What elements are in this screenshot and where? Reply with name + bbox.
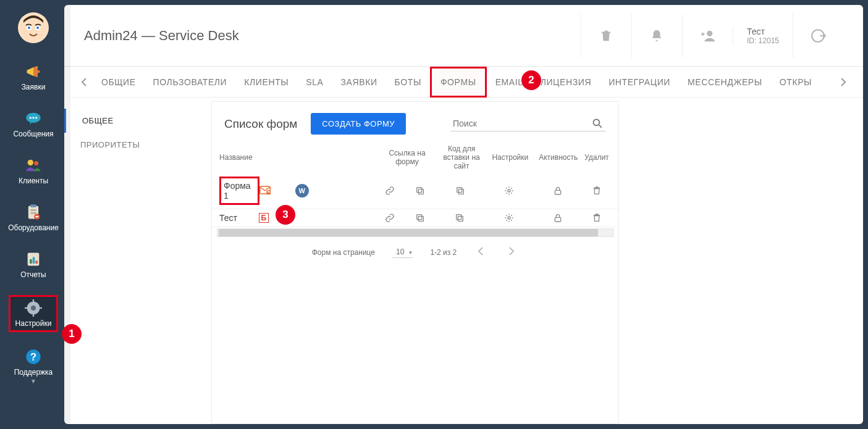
subnav-priorities[interactable]: ПРИОРИТЕТЫ xyxy=(64,133,211,157)
tab-sla[interactable]: SLA xyxy=(297,67,332,98)
tabs-prev[interactable] xyxy=(75,78,93,86)
annotation-2: 2 xyxy=(521,70,541,90)
mail-icon[interactable] xyxy=(259,186,271,196)
svg-point-9 xyxy=(35,117,37,119)
page-title: Admin24 — Service Desk xyxy=(84,28,581,44)
clipboard-icon xyxy=(25,204,42,221)
megaphone-icon xyxy=(25,63,42,80)
forms-list-title: Список форм xyxy=(224,117,297,131)
sidebar-label: Поддержка xyxy=(14,368,53,377)
delete-row-icon[interactable] xyxy=(582,213,611,223)
lock-icon[interactable] xyxy=(533,213,582,223)
svg-text:?: ? xyxy=(30,351,36,362)
header-actions: Тест ID: 12015 xyxy=(581,14,843,58)
copy-embed-icon[interactable] xyxy=(435,213,485,223)
page-size-select[interactable]: 10 xyxy=(392,248,413,258)
pager-next[interactable] xyxy=(505,247,518,258)
tab-integrations[interactable]: ИНТЕГРАЦИИ xyxy=(600,67,679,98)
notifications-button[interactable] xyxy=(631,14,682,58)
subnav-general[interactable]: ОБЩЕЕ xyxy=(64,109,211,133)
svg-rect-37 xyxy=(458,189,463,194)
lock-icon[interactable] xyxy=(534,186,583,196)
vk-icon[interactable]: W xyxy=(295,184,309,198)
svg-point-5 xyxy=(37,70,40,73)
tabs-next[interactable] xyxy=(835,78,852,86)
forms-panel: Список форм СОЗДАТЬ ФОРМУ Название Ссылк… xyxy=(211,101,619,424)
sidebar-item-reports[interactable]: Отчеты xyxy=(9,248,58,281)
svg-rect-42 xyxy=(416,215,421,220)
tab-users[interactable]: ПОЛЬЗОВАТЕЛИ xyxy=(145,67,236,98)
trash-button[interactable] xyxy=(581,14,631,58)
pagination-range: 1-2 из 2 xyxy=(430,248,457,257)
link-icon[interactable] xyxy=(374,213,405,223)
sidebar-item-clients[interactable]: Клиенты xyxy=(9,154,58,188)
svg-point-39 xyxy=(508,190,510,192)
tab-forms[interactable]: ФОРМЫ xyxy=(430,67,487,98)
sidebar-item-support[interactable]: ? Поддержка ▼ xyxy=(9,346,58,387)
b24-icon[interactable]: Б xyxy=(259,213,269,223)
svg-rect-19 xyxy=(30,259,32,264)
svg-rect-25 xyxy=(33,314,34,317)
bell-icon xyxy=(650,29,664,43)
horizontal-scrollbar[interactable] xyxy=(217,228,613,237)
tab-general[interactable]: ОБЩИЕ xyxy=(93,67,145,98)
svg-rect-36 xyxy=(417,188,422,193)
table-row: Форма 1 W xyxy=(212,173,618,209)
tab-messengers[interactable]: МЕССЕНДЖЕРЫ xyxy=(679,67,771,98)
svg-rect-41 xyxy=(418,216,423,221)
svg-point-8 xyxy=(32,117,34,119)
row-settings-icon[interactable] xyxy=(485,213,534,223)
svg-rect-38 xyxy=(457,188,461,193)
tab-bots[interactable]: БОТЫ xyxy=(386,67,430,98)
svg-rect-44 xyxy=(457,215,461,220)
sidebar: Заявки Сообщения Клиенты Оборудование От… xyxy=(5,5,62,424)
panel-header: Список форм СОЗДАТЬ ФОРМУ xyxy=(212,102,618,135)
trash-icon xyxy=(599,29,613,43)
svg-point-10 xyxy=(28,160,33,165)
help-icon: ? xyxy=(25,348,42,365)
row-settings-icon[interactable] xyxy=(485,186,534,196)
svg-rect-17 xyxy=(36,216,39,217)
user-avatar[interactable] xyxy=(18,12,49,43)
add-user-button[interactable] xyxy=(682,14,733,58)
link-icon[interactable] xyxy=(375,186,405,196)
col-embed: Код для вставки на сайт xyxy=(437,144,486,170)
user-name: Тест xyxy=(747,27,779,36)
svg-rect-15 xyxy=(30,212,36,214)
sidebar-label: Настройки xyxy=(15,319,52,328)
user-block[interactable]: Тест ID: 12015 xyxy=(733,27,793,45)
annotation-1: 1 xyxy=(62,324,82,344)
form-name[interactable]: Тест xyxy=(219,213,259,223)
sidebar-item-requests[interactable]: Заявки xyxy=(9,60,58,94)
report-icon xyxy=(25,251,42,268)
delete-row-icon[interactable] xyxy=(582,186,611,196)
copy-embed-icon[interactable] xyxy=(435,186,485,196)
svg-rect-26 xyxy=(25,307,28,309)
copy-link-icon[interactable] xyxy=(405,213,435,223)
logout-button[interactable] xyxy=(793,14,843,58)
sidebar-item-equipment[interactable]: Оборудование xyxy=(9,201,58,235)
search-wrap xyxy=(450,116,606,131)
table-row: Тест Б xyxy=(212,209,618,227)
form-name[interactable]: Форма 1 xyxy=(219,177,259,205)
copy-link-icon[interactable] xyxy=(405,186,436,196)
chevron-right-icon xyxy=(840,78,846,86)
sidebar-label: Оборудование xyxy=(8,223,59,232)
tab-open[interactable]: ОТКРЫ xyxy=(771,67,820,98)
search-input[interactable] xyxy=(453,119,591,128)
search-icon[interactable] xyxy=(591,117,604,130)
svg-point-2 xyxy=(28,27,30,29)
tab-clients[interactable]: КЛИЕНТЫ xyxy=(235,67,297,98)
content: ОБЩЕЕ ПРИОРИТЕТЫ Список форм СОЗДАТЬ ФОР… xyxy=(64,98,863,424)
tab-license[interactable]: ЛИЦЕНЗИЯ xyxy=(532,67,600,98)
scrollbar-thumb[interactable] xyxy=(219,229,598,236)
sidebar-label: Заявки xyxy=(22,83,46,91)
app-frame: Заявки Сообщения Клиенты Оборудование От… xyxy=(5,5,863,424)
create-form-button[interactable]: СОЗДАТЬ ФОРМУ xyxy=(311,113,406,135)
tab-requests[interactable]: ЗАЯВКИ xyxy=(332,67,386,98)
sidebar-item-messages[interactable]: Сообщения xyxy=(9,107,58,141)
user-id: ID: 12015 xyxy=(747,36,779,45)
svg-rect-27 xyxy=(39,307,42,309)
sidebar-item-settings[interactable]: Настройки xyxy=(9,295,58,332)
pager-prev[interactable] xyxy=(474,247,487,258)
